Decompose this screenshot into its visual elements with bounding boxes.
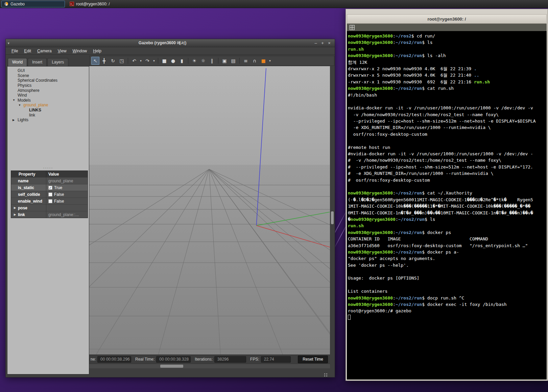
- vertical-scrollbar-thumb[interactable]: [331, 211, 334, 224]
- terminal-line: now0930@rygen3600:~/ros2/run$ cat run.sh: [348, 85, 547, 92]
- snap-icon[interactable]: ∩: [251, 57, 259, 65]
- panel-splitter[interactable]: ·····: [7, 166, 89, 171]
- terminal-screen[interactable]: now0930@rygen3600:~/ros2$ cd run/now0930…: [347, 31, 547, 380]
- expander-icon[interactable]: ▼: [18, 104, 23, 107]
- terminal-menu-icon[interactable]: [350, 25, 355, 30]
- property-name: self_collide: [18, 192, 40, 197]
- toolbar-separator: [128, 58, 128, 64]
- horizontal-scrollbar-thumb[interactable]: [160, 365, 183, 368]
- terminal-line: CONTAINER ID IMAGE COMMAND: [348, 236, 547, 242]
- 3d-viewport[interactable]: [89, 66, 330, 355]
- expander-icon[interactable]: ▶: [14, 213, 18, 216]
- paste-icon[interactable]: ▤: [229, 57, 237, 65]
- value-column-header: Value: [46, 172, 88, 177]
- copy-icon[interactable]: ▣: [220, 57, 229, 65]
- gazebo-main: GUISceneSpherical CoordinatesPhysicsAtmo…: [6, 66, 335, 377]
- menu-window[interactable]: Window: [70, 49, 90, 53]
- undo-history-dropdown-icon[interactable]: ▾: [139, 57, 143, 65]
- menu-file[interactable]: File: [8, 49, 21, 53]
- align-icon[interactable]: ≡: [242, 57, 250, 65]
- close-button[interactable]: ×: [326, 41, 333, 46]
- property-row-enable_wind[interactable]: enable_windFalse: [11, 198, 88, 204]
- real-time-label: Real Time:: [135, 357, 154, 362]
- toolbar-separator: [188, 58, 188, 64]
- checkbox[interactable]: [48, 199, 52, 203]
- tree-item-label: Lights: [18, 117, 28, 122]
- point-light-icon[interactable]: ☀: [190, 57, 198, 65]
- expander-icon[interactable]: ▶: [14, 206, 18, 209]
- checkbox[interactable]: ✓: [48, 186, 52, 190]
- menu-help[interactable]: Help: [90, 49, 104, 53]
- property-cell: ▶link: [11, 211, 46, 218]
- redo-history-dropdown-icon[interactable]: ▾: [152, 57, 156, 65]
- terminal-titlebar[interactable]: root@rygen3600: /: [347, 14, 547, 24]
- terminal-line: See 'docker ps --help'.: [348, 262, 547, 268]
- terminal-line: now0930@rygen3600:~/ros2/run$ cat ~/.Xau…: [348, 190, 547, 196]
- scene-tree: GUISceneSpherical CoordinatesPhysicsAtmo…: [7, 67, 89, 166]
- terminal-line: now0930@rygen3600:~/ros2$ cd run/: [348, 33, 547, 39]
- property-row-is_static[interactable]: is_static✓True: [11, 184, 88, 191]
- window-title: Gazebo (rygen3600 에서): [13, 40, 312, 46]
- translate-tool-icon[interactable]: ╋: [100, 57, 108, 65]
- tree-item-label: Physics: [18, 83, 31, 88]
- expander-icon[interactable]: ▼: [13, 99, 18, 102]
- tree-item-models[interactable]: ▼Models: [7, 98, 89, 103]
- tree-item-lights[interactable]: ▶Lights: [7, 117, 89, 123]
- tree-item-label: ground_plane: [23, 103, 48, 107]
- insert-cylinder-icon[interactable]: ▮: [178, 57, 186, 65]
- rotate-tool-icon[interactable]: ↻: [109, 57, 117, 65]
- spot-light-icon[interactable]: ☼: [199, 57, 207, 65]
- tree-item-link[interactable]: link: [7, 112, 89, 117]
- scale-tool-icon[interactable]: ◳: [118, 57, 126, 65]
- horizontal-scrollbar[interactable]: [89, 364, 330, 368]
- value-cell: ground_plane: [46, 178, 88, 184]
- property-row-name[interactable]: nameground_plane: [11, 177, 88, 184]
- redo-icon[interactable]: ↷: [143, 57, 151, 65]
- property-row-link[interactable]: ▶linkground_plane::...: [11, 211, 88, 218]
- gazebo-titlebar[interactable]: ▾ Gazebo (rygen3600 에서) – + ×: [6, 39, 335, 47]
- tab-world[interactable]: World: [8, 58, 27, 66]
- select-tool-icon[interactable]: ↖: [91, 57, 99, 65]
- window-menu-icon[interactable]: ▾: [8, 42, 13, 45]
- checkbox[interactable]: [48, 192, 52, 197]
- insert-model-icon[interactable]: ■: [259, 57, 267, 65]
- property-value: ground_plane::...: [48, 212, 79, 217]
- directional-light-icon[interactable]: ∥: [208, 57, 216, 65]
- tree-item-wind[interactable]: Wind: [7, 93, 89, 98]
- reset-time-button[interactable]: Reset Time: [298, 356, 328, 363]
- tree-item-label: Atmosphere: [18, 88, 40, 93]
- terminal-line: a36e3f71d560 osrf/ros:foxy-desktop-custo…: [348, 242, 547, 249]
- taskbar-item-terminal[interactable]: >_ root@rygen3600: /: [67, 1, 130, 7]
- undo-icon[interactable]: ↶: [130, 57, 138, 65]
- tree-item-scene[interactable]: Scene: [7, 73, 89, 78]
- tab-insert[interactable]: Insert: [28, 58, 47, 66]
- insert-box-icon[interactable]: ■: [160, 57, 168, 65]
- property-row-pose[interactable]: ▶pose: [11, 204, 88, 211]
- tree-item-atmosphere[interactable]: Atmosphere: [7, 88, 89, 93]
- property-name: is_static: [18, 185, 34, 190]
- tree-item-label: GUI: [18, 68, 25, 73]
- property-name: enable_wind: [18, 199, 42, 204]
- resize-grip[interactable]: [326, 373, 327, 374]
- gazebo-topstrip: WorldInsertLayers ↖╋↻◳↶▾↷▾■●▮☀☼∥▣▤≡∩■▾: [6, 55, 335, 66]
- taskbar-item-gazebo[interactable]: Gazebo: [1, 1, 65, 7]
- property-row-self_collide[interactable]: self_collideFalse: [11, 191, 88, 198]
- value-cell: [46, 205, 88, 211]
- minimize-button[interactable]: –: [312, 41, 319, 46]
- tree-item-links[interactable]: LINKS: [7, 108, 89, 113]
- menu-view[interactable]: View: [55, 49, 70, 53]
- tree-item-physics[interactable]: Physics: [7, 83, 89, 88]
- tree-item-spherical-coordinates[interactable]: Spherical Coordinates: [7, 78, 89, 83]
- tree-item-gui[interactable]: GUI: [7, 68, 89, 73]
- menu-camera[interactable]: Camera: [34, 49, 55, 53]
- menu-edit[interactable]: Edit: [21, 49, 34, 53]
- insert-model-dropdown-icon[interactable]: ▾: [268, 57, 272, 65]
- maximize-button[interactable]: +: [319, 41, 326, 46]
- real-time-value: 00 00:00:38.328: [156, 356, 191, 363]
- terminal-line: drwxrwxr-x 5 now0930 now0930 4.0K 6월 22 …: [348, 72, 547, 78]
- expander-icon[interactable]: ▶: [13, 119, 18, 122]
- tab-layers[interactable]: Layers: [47, 58, 68, 66]
- tree-item-ground-plane[interactable]: ▼ground_plane: [7, 103, 89, 108]
- iterations-value: 38296: [214, 356, 246, 363]
- insert-sphere-icon[interactable]: ●: [169, 57, 177, 65]
